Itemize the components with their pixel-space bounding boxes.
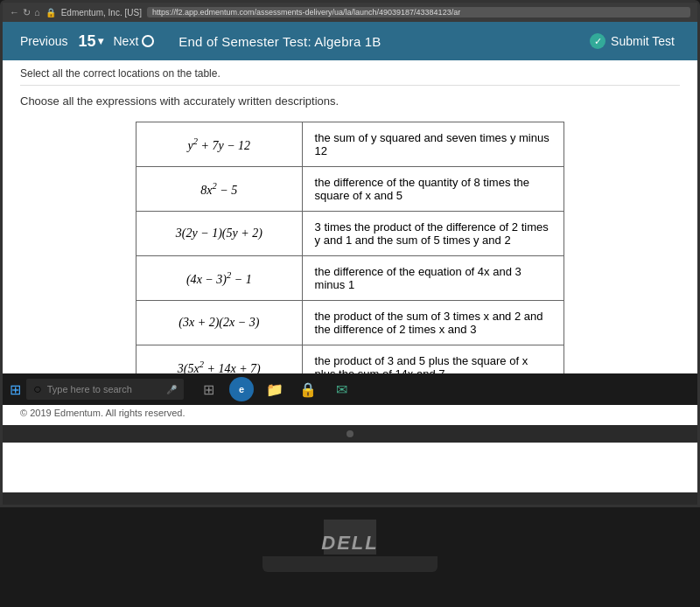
table-row[interactable]: 8x2 − 5the difference of the quantity of… bbox=[136, 167, 564, 212]
submit-test-button[interactable]: ✓ Submit Test bbox=[578, 28, 687, 54]
windows-icon[interactable]: ⊞ bbox=[10, 381, 21, 398]
previous-button[interactable]: Previous bbox=[13, 31, 74, 52]
description-cell[interactable]: the product of the sum of 3 times x and … bbox=[302, 301, 564, 345]
question-num-text: 15 bbox=[78, 32, 95, 51]
search-placeholder: Type here to search bbox=[47, 384, 132, 394]
settings-icon[interactable]: 🔒 bbox=[296, 377, 320, 401]
next-circle-icon bbox=[142, 35, 154, 47]
search-bar[interactable]: ○ Type here to search 🎤 bbox=[26, 379, 184, 400]
submit-check-icon: ✓ bbox=[590, 33, 606, 49]
table-row[interactable]: y2 + 7y − 12the sum of y squared and sev… bbox=[136, 122, 564, 167]
dropdown-arrow-icon[interactable]: ▾ bbox=[98, 35, 103, 47]
table-row[interactable]: (3x + 2)(2x − 3)the product of the sum o… bbox=[136, 301, 564, 345]
description-cell[interactable]: the difference of the equation of 4x and… bbox=[302, 256, 564, 301]
mail-icon[interactable]: ✉ bbox=[329, 377, 354, 401]
instruction-main: Choose all the expressions with accurate… bbox=[20, 94, 680, 108]
expressions-table[interactable]: y2 + 7y − 12the sum of y squared and sev… bbox=[136, 122, 564, 390]
next-button[interactable]: Next bbox=[107, 31, 162, 52]
screen: ← ↻ ⌂ 🔒 Edmentum, Inc. [US] https://f2.a… bbox=[3, 3, 697, 492]
mic-icon[interactable]: 🎤 bbox=[166, 385, 177, 394]
submit-label: Submit Test bbox=[611, 34, 675, 48]
table-row[interactable]: 3(2y − 1)(5y + 2)3 times the product of … bbox=[136, 212, 564, 256]
screen-indicator bbox=[346, 430, 354, 437]
expression-cell[interactable]: y2 + 7y − 12 bbox=[136, 122, 303, 167]
back-icon[interactable]: ← bbox=[10, 7, 19, 17]
edge-icon[interactable]: e bbox=[229, 377, 254, 401]
expression-cell[interactable]: (4x − 3)2 − 1 bbox=[136, 256, 303, 301]
question-number: 15 ▾ bbox=[74, 29, 106, 54]
url-bar[interactable]: https://f2.app.edmentum.com/assessments-… bbox=[147, 7, 690, 17]
site-label: Edmentum, Inc. [US] bbox=[61, 8, 142, 17]
folder-icon[interactable]: 📁 bbox=[262, 377, 287, 401]
test-title: End of Semester Test: Algebra 1B bbox=[161, 34, 578, 49]
monitor-stand bbox=[262, 520, 438, 590]
home-icon[interactable]: ⌂ bbox=[34, 7, 40, 17]
monitor-bezel: ← ↻ ⌂ 🔒 Edmentum, Inc. [US] https://f2.a… bbox=[0, 0, 700, 507]
search-icon: ○ bbox=[33, 381, 42, 397]
lock-icon: 🔒 bbox=[46, 8, 56, 17]
expression-cell[interactable]: 3(2y − 1)(5y + 2) bbox=[136, 212, 303, 256]
content-area: Select all the correct locations on the … bbox=[3, 60, 697, 401]
expression-cell[interactable]: 8x2 − 5 bbox=[136, 167, 303, 212]
taskbar-icons: ⊞ e 📁 🔒 ✉ bbox=[196, 377, 354, 401]
dell-logo: DELL bbox=[321, 532, 378, 555]
instruction-top: Select all the correct locations on the … bbox=[20, 67, 680, 86]
table-row[interactable]: (4x − 3)2 − 1the difference of the equat… bbox=[136, 256, 564, 301]
screen-bottom-bar bbox=[3, 425, 697, 443]
next-label: Next bbox=[114, 34, 139, 48]
prev-label: Previous bbox=[20, 34, 67, 48]
app-nav-bar: Previous 15 ▾ Next End of Semester Test:… bbox=[3, 22, 697, 60]
expression-cell[interactable]: (3x + 2)(2x − 3) bbox=[136, 301, 303, 345]
description-cell[interactable]: the difference of the quantity of 8 time… bbox=[302, 167, 564, 212]
description-cell[interactable]: the sum of y squared and seven times y m… bbox=[302, 122, 564, 167]
browser-nav-icons: ← ↻ ⌂ bbox=[10, 7, 40, 18]
description-cell[interactable]: 3 times the product of the difference of… bbox=[302, 212, 564, 256]
stand-base bbox=[262, 556, 438, 572]
url-text: https://f2.app.edmentum.com/assessments-… bbox=[152, 8, 460, 17]
taskbar: ⊞ ○ Type here to search 🎤 ⊞ e 📁 🔒 ✉ bbox=[3, 373, 697, 405]
refresh-icon[interactable]: ↻ bbox=[23, 7, 31, 18]
task-view-icon[interactable]: ⊞ bbox=[196, 377, 220, 401]
browser-bar: ← ↻ ⌂ 🔒 Edmentum, Inc. [US] https://f2.a… bbox=[3, 3, 697, 22]
